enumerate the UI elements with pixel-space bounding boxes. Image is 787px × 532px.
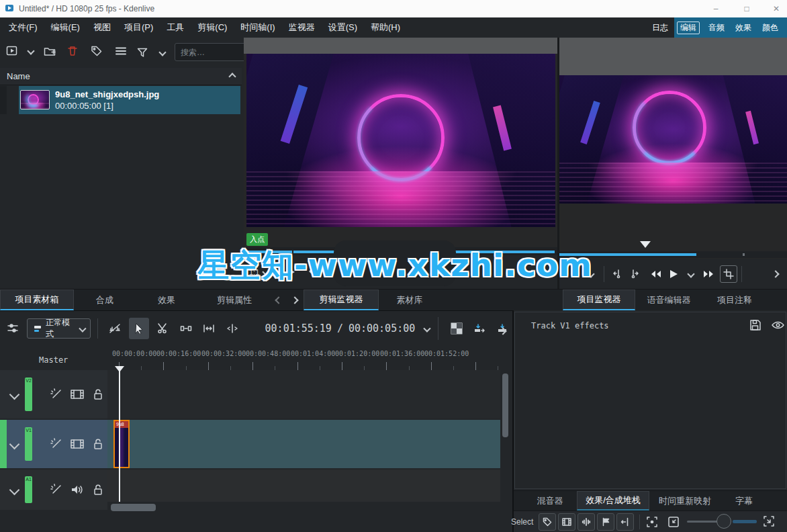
workspace-effects[interactable]: 效果 <box>733 21 753 34</box>
tab-effects[interactable]: 效果 <box>136 290 197 310</box>
set-out-icon[interactable] <box>626 265 643 283</box>
zoom-out-button[interactable] <box>667 515 680 529</box>
zoom-slider-track[interactable] <box>687 521 718 523</box>
master-track-label[interactable]: Master <box>39 355 68 365</box>
tab-audio-mixer[interactable]: 混音器 <box>523 491 577 511</box>
add-clip-button[interactable] <box>4 43 20 59</box>
menu-view[interactable]: 视图 <box>91 19 113 36</box>
project-monitor-zone-bar[interactable] <box>559 251 787 258</box>
track-header-a1[interactable]: A1 <box>0 470 107 510</box>
track-effects-icon[interactable] <box>50 483 63 496</box>
menu-project[interactable]: 项目(P) <box>122 19 155 36</box>
track-lock-icon[interactable] <box>91 483 105 496</box>
delete-icon[interactable] <box>64 43 81 59</box>
timeline-toolbar-overflow-icon[interactable] <box>500 326 506 336</box>
zoom-in-button[interactable] <box>762 515 776 528</box>
track-effects-icon[interactable] <box>50 388 63 401</box>
track-tag[interactable]: A1 <box>25 476 32 503</box>
resize-tool-icon[interactable] <box>199 318 219 339</box>
timeline-vertical-scrollbar[interactable] <box>502 373 508 437</box>
track-speaker-icon[interactable] <box>70 483 85 496</box>
track-collapse-icon[interactable] <box>9 389 20 400</box>
show-effects-eye-icon[interactable] <box>771 319 785 331</box>
track-thumbnails-icon[interactable] <box>70 388 85 401</box>
tab-project-monitor[interactable]: 项目监视器 <box>563 290 635 310</box>
rewind-icon[interactable] <box>647 265 665 283</box>
razor-tool-icon[interactable] <box>153 318 173 339</box>
tab-speech-editor[interactable]: 语音编辑器 <box>635 290 702 310</box>
zone-crop-icon[interactable] <box>720 265 737 283</box>
menu-help[interactable]: 帮助(H) <box>369 19 402 36</box>
minimize-button[interactable]: – <box>701 4 731 13</box>
menu-file[interactable]: 文件(F) <box>7 19 40 36</box>
timeline-clip[interactable]: 9u8 <box>113 420 130 468</box>
edit-mode-dropdown[interactable]: 正常模式 <box>27 318 91 339</box>
tab-project-bin[interactable]: 项目素材箱 <box>0 290 74 310</box>
track-effects-icon[interactable] <box>50 437 63 451</box>
snap-button[interactable] <box>616 513 634 531</box>
clip-row[interactable]: 9u8_net_shigjxedpsh.jpg 00:00:05:00 [1] <box>0 86 242 114</box>
play-icon[interactable] <box>665 265 682 283</box>
play-dropdown-icon[interactable] <box>682 265 700 283</box>
tabs-scroll-right-icon[interactable] <box>286 290 304 310</box>
track-tag[interactable]: V2 <box>25 378 32 411</box>
track-lock-icon[interactable] <box>91 388 105 401</box>
menu-timeline[interactable]: 时间轴(I) <box>238 19 277 36</box>
slip-tool-icon[interactable] <box>222 318 242 339</box>
menu-monitor[interactable]: 监视器 <box>287 19 317 36</box>
selection-tool-button[interactable] <box>129 318 149 339</box>
workspace-audio[interactable]: 音频 <box>706 21 727 34</box>
spacer-tool-icon[interactable] <box>176 318 196 339</box>
show-video-thumbnails-button[interactable] <box>558 513 575 531</box>
track-collapse-icon[interactable] <box>9 439 20 449</box>
add-clip-dropdown-icon[interactable] <box>23 43 39 59</box>
menu-edit[interactable]: 编辑(E) <box>49 19 82 36</box>
menu-tools[interactable]: 工具 <box>165 19 186 36</box>
workspace-color[interactable]: 颜色 <box>760 21 780 34</box>
track-lane-v2[interactable] <box>107 370 500 418</box>
track-thumbnails-icon[interactable] <box>70 437 85 451</box>
timeline-ruler[interactable]: 00:00:00:00 00:00:16:00 00:00:32:00 00:0… <box>107 346 512 371</box>
tab-subtitles[interactable]: 字幕 <box>721 491 768 511</box>
show-markers-button[interactable] <box>597 513 614 531</box>
track-collapse-icon[interactable] <box>9 484 20 495</box>
insert-zone-icon[interactable] <box>469 318 490 339</box>
zoom-slider-handle[interactable] <box>716 514 731 529</box>
collapse-header-icon[interactable] <box>228 73 236 80</box>
tab-clip-monitor[interactable]: 剪辑监视器 <box>304 290 379 310</box>
timeline-horizontal-scrollbar[interactable] <box>111 504 156 511</box>
workspace-logs[interactable]: 日志 <box>650 21 670 34</box>
new-folder-icon[interactable] <box>42 43 58 59</box>
track-lane-a1[interactable] <box>107 470 500 502</box>
filter-dropdown-icon[interactable] <box>154 44 171 60</box>
track-header-v1[interactable]: V1 <box>0 420 107 468</box>
show-audio-thumbnails-button[interactable] <box>577 513 595 531</box>
show-tags-button[interactable] <box>539 513 556 531</box>
tab-time-remap[interactable]: 时间重新映射 <box>649 491 721 511</box>
track-lane-v1[interactable] <box>107 420 500 468</box>
menu-clip[interactable]: 剪辑(C) <box>195 19 229 36</box>
tab-effect-stack[interactable]: 效果/合成堆栈 <box>577 491 649 511</box>
project-monitor-overflow-icon[interactable] <box>767 265 784 283</box>
set-in-icon[interactable] <box>608 265 626 283</box>
transparency-icon[interactable] <box>447 318 467 339</box>
close-button[interactable]: ✕ <box>761 4 787 13</box>
timecode-dropdown-icon[interactable] <box>424 324 431 332</box>
bin-menu-icon[interactable] <box>113 43 129 59</box>
maximize-button[interactable]: □ <box>732 4 761 13</box>
track-header-v2[interactable]: V2 <box>0 370 107 418</box>
save-effect-stack-icon[interactable] <box>749 318 762 332</box>
track-config-icon[interactable] <box>3 318 23 339</box>
search-input[interactable] <box>175 43 248 61</box>
timeline-timecode[interactable]: 00:01:55:19 / 00:00:05:00 <box>265 322 416 335</box>
filter-funnel-icon[interactable] <box>134 44 150 60</box>
tag-icon[interactable] <box>89 43 105 59</box>
workspace-editing[interactable]: 编辑 <box>677 21 700 34</box>
tab-library[interactable]: 素材库 <box>379 290 441 310</box>
tab-clip-properties[interactable]: 剪辑属性 <box>197 290 271 310</box>
tabs-scroll-left-icon[interactable] <box>271 290 286 310</box>
mix-clips-icon[interactable] <box>105 318 125 339</box>
forward-icon[interactable] <box>700 265 717 283</box>
track-lock-icon[interactable] <box>91 437 105 451</box>
timecode-current[interactable]: 00:01:55:19 <box>265 322 332 335</box>
